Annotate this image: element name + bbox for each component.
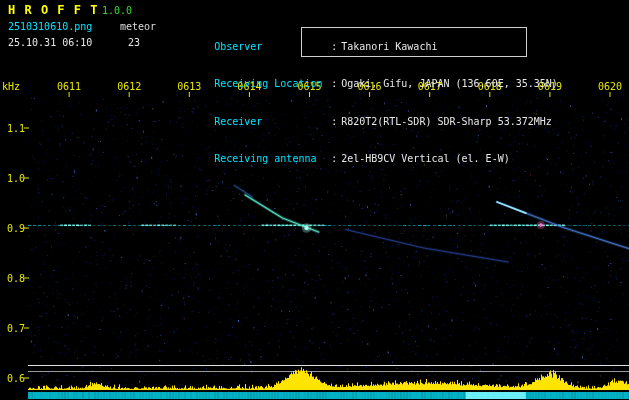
info-colon: : [331, 78, 341, 91]
info-label: Receiving Location [214, 78, 331, 91]
info-row-observer: Observer:Takanori Kawachi [178, 28, 558, 41]
info-label: Receiving antenna [214, 153, 331, 166]
info-row-receiver: Receiver:R820T2(RTL-SDR) SDR-Sharp 53.37… [178, 103, 558, 116]
mode-label: meteor [120, 21, 156, 32]
info-row-location: Receiving Location:Ogaki, Gifu, JAPAN (1… [178, 66, 558, 79]
info-colon: : [331, 41, 341, 54]
info-row-antenna: Receiving antenna:2el-HB9CV Vertical (el… [178, 141, 558, 154]
info-label: Observer [214, 41, 331, 54]
observation-timestamp: 25.10.31 06:10 [8, 37, 92, 48]
info-colon: : [331, 153, 341, 166]
info-value: Ogaki, Gifu, JAPAN (136.60E, 35.35N) [341, 78, 558, 91]
station-info: Observer:Takanori Kawachi Receiving Loca… [178, 3, 558, 178]
info-value: Takanori Kawachi [341, 41, 437, 54]
output-filename: 2510310610.png [8, 21, 92, 32]
info-value: R820T2(RTL-SDR) SDR-Sharp 53.372MHz [341, 116, 552, 129]
echo-count: 23 [128, 37, 140, 48]
app-version: 1.0.0 [102, 5, 132, 16]
info-value: 2el-HB9CV Vertical (el. E-W) [341, 153, 510, 166]
app-title: H R O F F T [8, 3, 98, 17]
info-colon: : [331, 116, 341, 129]
hrofft-screenshot: H R O F F T 1.0.0 2510310610.png meteor … [0, 0, 629, 400]
info-label: Receiver [214, 116, 331, 129]
